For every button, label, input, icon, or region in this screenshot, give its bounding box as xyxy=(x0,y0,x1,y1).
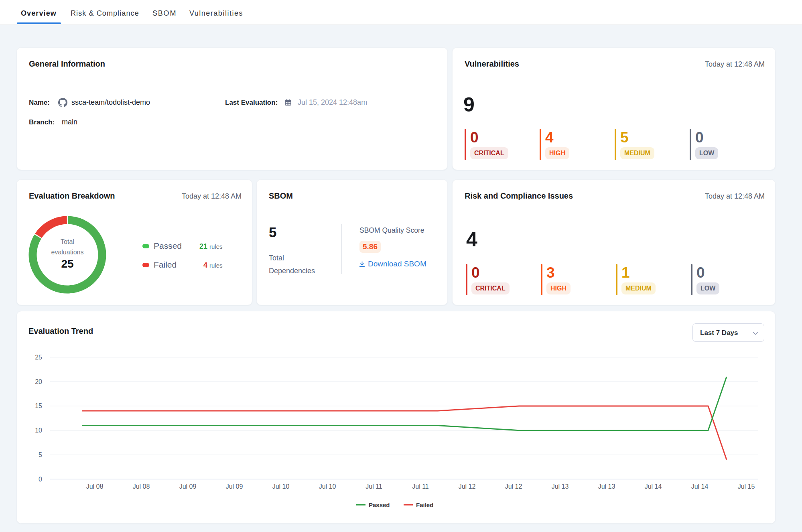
svg-text:Jul 15: Jul 15 xyxy=(738,483,755,490)
svg-text:Jul 13: Jul 13 xyxy=(552,483,569,490)
svg-text:Jul 11: Jul 11 xyxy=(412,483,429,490)
svg-text:25: 25 xyxy=(35,354,42,361)
svg-text:5: 5 xyxy=(39,451,42,458)
svg-text:Passed: Passed xyxy=(369,502,390,508)
svg-text:Jul 10: Jul 10 xyxy=(272,483,290,490)
svg-text:Jul 14: Jul 14 xyxy=(645,483,662,490)
svg-text:10: 10 xyxy=(35,427,42,434)
svg-text:Jul 14: Jul 14 xyxy=(691,483,709,490)
svg-text:Jul 12: Jul 12 xyxy=(459,483,476,490)
svg-text:Jul 08: Jul 08 xyxy=(86,483,104,490)
svg-text:Jul 10: Jul 10 xyxy=(319,483,336,490)
svg-text:Jul 11: Jul 11 xyxy=(365,483,382,490)
svg-text:Jul 12: Jul 12 xyxy=(505,483,522,490)
svg-text:0: 0 xyxy=(39,476,42,483)
svg-text:Jul 09: Jul 09 xyxy=(226,483,243,490)
svg-text:20: 20 xyxy=(35,378,42,385)
svg-text:Jul 13: Jul 13 xyxy=(598,483,615,490)
svg-text:Jul 08: Jul 08 xyxy=(133,483,150,490)
svg-text:15: 15 xyxy=(35,402,42,409)
svg-text:Jul 09: Jul 09 xyxy=(179,483,197,490)
svg-text:Failed: Failed xyxy=(416,502,433,508)
